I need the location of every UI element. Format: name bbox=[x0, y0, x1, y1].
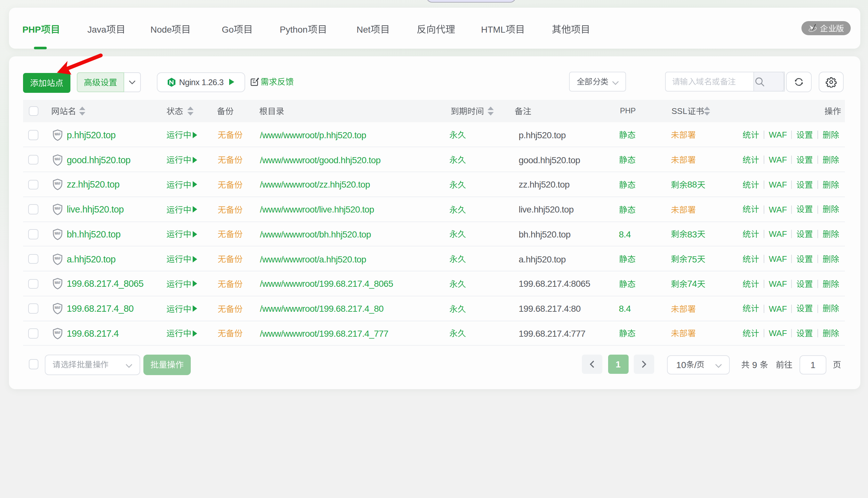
svg-text:WAF: WAF bbox=[55, 281, 61, 285]
svg-text:WAF: WAF bbox=[55, 306, 61, 310]
svg-text:WAF: WAF bbox=[55, 331, 61, 335]
svg-text:WAF: WAF bbox=[55, 132, 61, 136]
svg-text:WAF: WAF bbox=[55, 182, 61, 186]
svg-text:WAF: WAF bbox=[55, 207, 61, 210]
svg-text:WAF: WAF bbox=[55, 257, 61, 260]
svg-text:WAF: WAF bbox=[55, 157, 61, 161]
svg-text:WAF: WAF bbox=[55, 232, 61, 235]
